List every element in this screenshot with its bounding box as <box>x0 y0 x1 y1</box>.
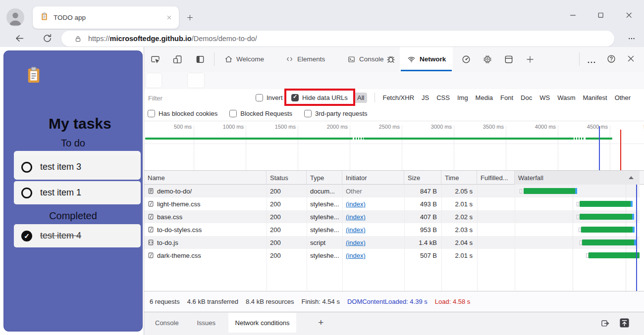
todo-item[interactable]: test item 1 <box>14 181 141 204</box>
advanced-filter-checkbox[interactable] <box>229 110 237 117</box>
drawer-tab-networkconditions[interactable]: Network conditions <box>228 313 297 333</box>
tab-network[interactable]: Network <box>400 47 453 71</box>
script-file-icon <box>148 239 154 246</box>
column-header-name[interactable]: Name <box>144 171 267 185</box>
new-tab-button[interactable] <box>186 14 194 21</box>
url-bar[interactable]: https://microsoftedge.github.io/Demos/de… <box>61 31 614 47</box>
overview-activity-dash <box>359 138 361 140</box>
type-cell: styleshe... <box>310 197 341 210</box>
expand-quick-view-icon[interactable] <box>619 317 630 331</box>
task-checkbox-unchecked[interactable] <box>21 188 32 198</box>
column-header-initiator[interactable]: Initiator <box>342 171 404 185</box>
type-cell: styleshe... <box>310 210 341 223</box>
waterfall-cell <box>515 197 640 210</box>
tab-welcome[interactable]: Welcome <box>218 47 270 71</box>
table-row[interactable]: light-theme.css200styleshe...(index)493 … <box>144 197 644 210</box>
drawer-more-tools-button[interactable]: + <box>311 313 330 333</box>
task-checkbox-unchecked[interactable] <box>21 162 32 173</box>
toolbar-separator <box>214 52 215 66</box>
overview-activity-dash <box>357 138 358 140</box>
lock-icon[interactable] <box>74 35 82 43</box>
initiator-cell[interactable]: (index) <box>346 223 403 236</box>
initiator-cell[interactable]: (index) <box>346 249 403 262</box>
type-filter-media[interactable]: Media <box>476 94 493 101</box>
status-cell: 200 <box>270 210 305 223</box>
task-label: test item 3 <box>40 162 81 172</box>
dock-side-icon[interactable] <box>195 54 205 64</box>
advanced-filter-control: Blocked Requests <box>229 110 292 117</box>
column-header-fulfilled[interactable]: Fulfilled... <box>477 171 515 185</box>
devtools-close-icon[interactable] <box>626 54 636 63</box>
more-tabs-button[interactable] <box>526 55 535 64</box>
column-header-time[interactable]: Time <box>441 171 477 185</box>
refresh-button[interactable] <box>42 33 53 44</box>
column-header-status[interactable]: Status <box>267 171 307 185</box>
completed-item[interactable]: ✓test item 4 <box>14 224 141 247</box>
tab-close-icon[interactable] <box>166 15 172 20</box>
window-maximize-button[interactable] <box>596 11 605 19</box>
todo-item[interactable]: test item 3 <box>14 155 141 179</box>
initiator-cell[interactable]: (index) <box>346 236 403 249</box>
request-name: demo-to-do/ <box>157 188 192 195</box>
table-row[interactable]: to-do.js200script(index)1.4 kB2.04 s <box>144 236 644 249</box>
timeline-gridline <box>558 125 558 170</box>
filter-input[interactable] <box>147 92 248 104</box>
column-header-waterfall[interactable]: Waterfall <box>515 171 640 185</box>
advanced-filter-checkbox[interactable] <box>304 110 312 117</box>
back-button[interactable] <box>14 33 25 44</box>
type-filter-wasm[interactable]: Wasm <box>557 94 575 101</box>
table-row[interactable]: dark-theme.css200styleshe...(index)507 B… <box>144 249 644 262</box>
task-checkbox-checked[interactable]: ✓ <box>21 231 32 241</box>
timeline-tick-label: 3500 ms <box>483 124 506 130</box>
type-filter-all[interactable]: All <box>354 93 367 103</box>
initiator-cell[interactable]: (index) <box>346 210 403 223</box>
waterfall-download-bar <box>582 239 634 245</box>
profile-avatar[interactable] <box>6 8 24 26</box>
size-cell: 493 B <box>404 197 437 210</box>
application-icon[interactable] <box>504 54 514 64</box>
type-filter-js[interactable]: JS <box>422 94 429 101</box>
size-cell: 407 B <box>404 210 437 223</box>
drawer-tab-issues[interactable]: Issues <box>190 313 222 333</box>
column-header-type[interactable]: Type <box>307 171 342 185</box>
type-filter-css[interactable]: CSS <box>436 94 450 101</box>
initiator-cell[interactable]: (index) <box>346 197 403 210</box>
type-filter-other[interactable]: Other <box>615 94 631 101</box>
type-filter-doc[interactable]: Doc <box>521 94 532 101</box>
memory-icon[interactable] <box>483 54 492 64</box>
stylesheet-file-icon <box>148 252 154 259</box>
browser-menu-icon[interactable] <box>627 35 636 45</box>
window-minimize-button[interactable] <box>569 11 577 19</box>
completed-section-heading: Completed <box>4 210 142 222</box>
device-emulation-icon[interactable] <box>172 54 183 64</box>
drawer-dock-icon[interactable] <box>600 318 611 328</box>
performance-icon[interactable] <box>461 54 471 64</box>
network-overview-timeline[interactable]: 500 ms1000 ms1500 ms2000 ms2500 ms3000 m… <box>144 121 644 171</box>
type-filter-ws[interactable]: WS <box>539 94 550 101</box>
tab-console[interactable]: Console <box>341 47 390 71</box>
size-cell: 1.4 kB <box>404 236 437 249</box>
advanced-filter-control: 3rd-party requests <box>304 110 368 117</box>
tab-elements[interactable]: Elements <box>279 47 331 71</box>
column-header-size[interactable]: Size <box>404 171 441 185</box>
type-filter-fetchxhr[interactable]: Fetch/XHR <box>382 94 414 101</box>
help-icon[interactable] <box>606 54 616 64</box>
devtools-menu-icon[interactable] <box>587 57 596 66</box>
inspect-element-icon[interactable] <box>150 54 161 64</box>
invert-checkbox[interactable] <box>256 94 263 101</box>
advanced-filter-checkbox[interactable] <box>148 110 155 117</box>
table-row[interactable]: base.css200styleshe...(index)407 B2.02 s <box>144 210 644 223</box>
waterfall-stalled-segment <box>586 253 589 258</box>
type-filter-manifest[interactable]: Manifest <box>583 94 607 101</box>
drawer-tab-console[interactable]: Console <box>148 313 186 333</box>
type-filter-font[interactable]: Font <box>500 94 513 101</box>
type-filter-img[interactable]: Img <box>457 94 468 101</box>
table-row[interactable]: demo-to-do/200docum...Other847 B2.05 s <box>144 185 644 197</box>
request-name-cell: base.css <box>146 210 264 223</box>
waterfall-tip <box>632 214 634 220</box>
table-row[interactable]: to-do-styles.css200styleshe...(index)953… <box>144 223 644 236</box>
window-close-button[interactable] <box>625 11 633 19</box>
waterfall-stalled-segment <box>577 215 579 219</box>
bug-icon[interactable] <box>386 54 396 64</box>
browser-tab[interactable]: TODO app <box>33 6 179 29</box>
